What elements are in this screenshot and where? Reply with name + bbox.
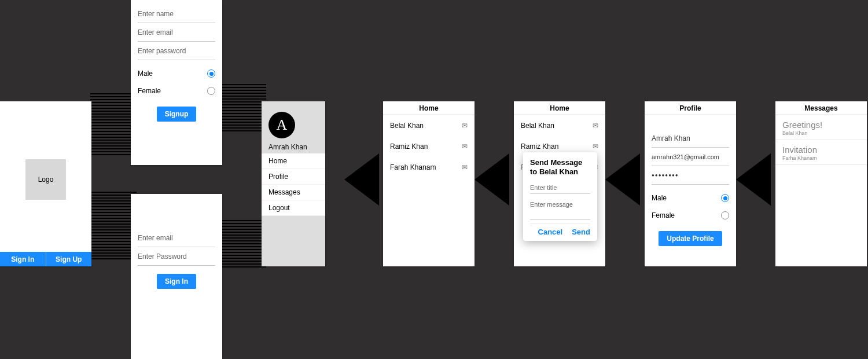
message-sender: Farha Khanam bbox=[782, 155, 860, 161]
dialog-title: Send Message to Belal Khan bbox=[530, 158, 590, 177]
sign-in-tab[interactable]: Sign In bbox=[0, 252, 46, 266]
home-screen: Home Belal Khan ✉ Ramiz Khan ✉ Farah Kha… bbox=[383, 101, 475, 266]
dialog-message-field[interactable]: Enter message bbox=[530, 197, 590, 220]
contact-name: Ramiz Khan bbox=[390, 142, 428, 151]
radio-empty-icon bbox=[207, 87, 215, 95]
message-title: Invitation bbox=[782, 145, 860, 155]
drawer-item-messages[interactable]: Messages bbox=[262, 185, 325, 200]
drawer-item-logout[interactable]: Logout bbox=[262, 200, 325, 216]
page-title: Home bbox=[514, 101, 605, 115]
drawer-item-home[interactable]: Home bbox=[262, 153, 325, 169]
contact-row[interactable]: Belal Khan ✉ bbox=[383, 115, 475, 136]
avatar: A bbox=[269, 112, 295, 138]
profile-gender-female[interactable]: Female bbox=[652, 208, 729, 223]
update-profile-button[interactable]: Update Profile bbox=[659, 231, 722, 246]
signin-button[interactable]: Sign In bbox=[157, 274, 196, 289]
drawer-screen: A Amrah Khan Home Profile Messages Logou… bbox=[262, 101, 325, 266]
contact-name: Ramiz Khan bbox=[521, 142, 558, 151]
message-item[interactable]: Invitation Farha Khanam bbox=[775, 140, 867, 165]
sign-up-tab[interactable]: Sign Up bbox=[46, 252, 92, 266]
contact-row[interactable]: Farah Khanam ✉ bbox=[383, 157, 475, 178]
page-title: Home bbox=[383, 101, 475, 115]
profile-name-field[interactable]: Amrah Khan bbox=[652, 129, 729, 148]
logo-placeholder: Logo bbox=[25, 159, 66, 200]
contact-name: Belal Khan bbox=[521, 122, 554, 130]
auth-tabbar: Sign In Sign Up bbox=[0, 252, 91, 266]
message-item[interactable]: Greetings! Belal Khan bbox=[775, 115, 867, 140]
email-field[interactable]: Enter email bbox=[138, 23, 215, 42]
send-message-dialog: Send Message to Belal Khan Enter title E… bbox=[523, 152, 597, 241]
password-field[interactable]: Enter password bbox=[138, 42, 215, 60]
contact-row[interactable]: Belal Khan ✉ bbox=[514, 115, 605, 136]
messages-screen: Messages Greetings! Belal Khan Invitatio… bbox=[775, 101, 867, 266]
name-field[interactable]: Enter name bbox=[138, 5, 215, 23]
signin-email-field[interactable]: Enter email bbox=[138, 229, 215, 247]
profile-gender-male[interactable]: Male bbox=[652, 191, 729, 206]
send-button[interactable]: Send bbox=[572, 228, 590, 236]
contact-row[interactable]: Ramiz Khan ✉ bbox=[383, 136, 475, 157]
contact-name: Belal Khan bbox=[390, 122, 424, 130]
message-sender: Belal Khan bbox=[782, 130, 860, 136]
avatar-letter: A bbox=[277, 116, 288, 134]
contact-name: Farah Khanam bbox=[390, 163, 436, 171]
profile-screen: Profile Amrah Khan amrahn321@gmail.com ●… bbox=[645, 101, 736, 266]
home-screen-dialog: Home Belal Khan ✉ Ramiz Khan ✉ F ✉ Send … bbox=[514, 101, 605, 266]
page-title: Profile bbox=[645, 101, 736, 115]
profile-email-field[interactable]: amrahn321@gmail.com bbox=[652, 148, 729, 166]
gender-female-option[interactable]: Female bbox=[138, 83, 215, 98]
mail-icon[interactable]: ✉ bbox=[593, 142, 598, 151]
landing-screen: Logo Sign In Sign Up bbox=[0, 101, 91, 266]
message-title: Greetings! bbox=[782, 120, 860, 130]
signup-button[interactable]: Signup bbox=[157, 107, 197, 122]
logo-text: Logo bbox=[38, 175, 54, 184]
signup-screen: Enter name Enter email Enter password Ma… bbox=[131, 0, 222, 165]
gender-male-label: Male bbox=[138, 69, 153, 78]
drawer-item-profile[interactable]: Profile bbox=[262, 169, 325, 185]
mail-icon[interactable]: ✉ bbox=[462, 163, 468, 171]
signin-password-field[interactable]: Enter Password bbox=[138, 247, 215, 266]
radio-selected-icon bbox=[207, 69, 215, 78]
profile-password-field[interactable]: ●●●●●●●● bbox=[652, 166, 729, 185]
page-title: Messages bbox=[775, 101, 867, 115]
gender-female-label: Female bbox=[138, 87, 161, 95]
dialog-title-field[interactable]: Enter title bbox=[530, 181, 590, 194]
mail-icon[interactable]: ✉ bbox=[593, 122, 598, 130]
drawer-username: Amrah Khan bbox=[269, 143, 325, 151]
radio-selected-icon bbox=[721, 194, 729, 202]
gender-male-option[interactable]: Male bbox=[138, 66, 215, 81]
mail-icon[interactable]: ✉ bbox=[462, 122, 468, 130]
mail-icon[interactable]: ✉ bbox=[462, 142, 468, 151]
signin-screen: Enter email Enter Password Sign In bbox=[131, 194, 222, 359]
radio-empty-icon bbox=[721, 211, 729, 219]
cancel-button[interactable]: Cancel bbox=[538, 228, 563, 236]
